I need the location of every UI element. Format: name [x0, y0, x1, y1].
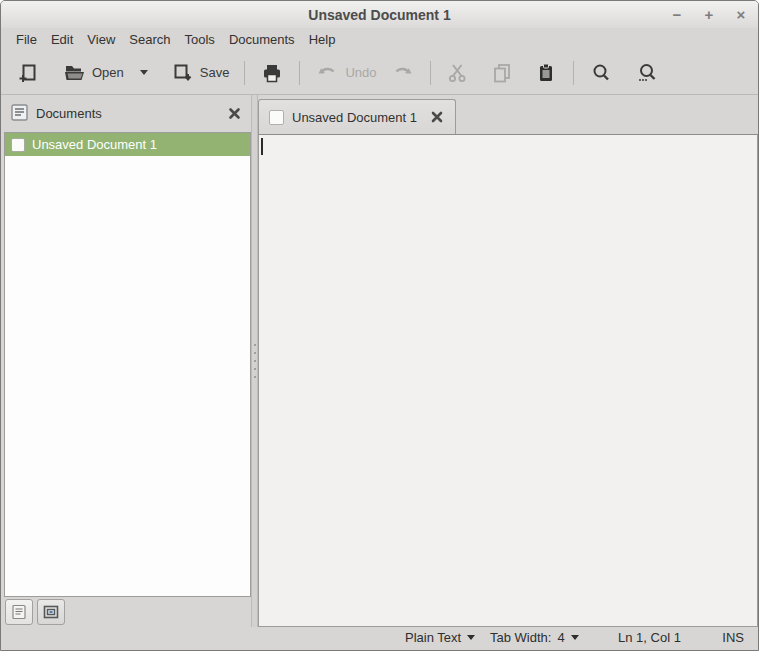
text-caret	[261, 138, 263, 155]
menu-bar: File Edit View Search Tools Documents He…	[1, 28, 758, 51]
menu-item-search[interactable]: Search	[122, 30, 177, 49]
cut-button[interactable]	[439, 56, 477, 90]
redo-button[interactable]	[384, 56, 422, 90]
editor-text-area[interactable]	[258, 134, 758, 627]
paste-icon	[534, 61, 558, 85]
redo-icon	[391, 61, 415, 85]
menu-item-documents[interactable]: Documents	[222, 30, 302, 49]
documents-list[interactable]: Unsaved Document 1	[4, 132, 251, 597]
side-pane: Documents Unsaved Document 1	[1, 95, 251, 627]
print-icon	[260, 61, 284, 85]
window-title: Unsaved Document 1	[1, 7, 758, 23]
save-button[interactable]: Save	[163, 56, 237, 90]
side-pane-header: Documents	[4, 95, 251, 132]
undo-button[interactable]: Undo	[308, 56, 383, 90]
open-button[interactable]: Open	[55, 56, 155, 90]
side-pane-title: Documents	[36, 106, 228, 121]
close-button[interactable]: ×	[732, 6, 750, 24]
side-pane-close-icon[interactable]	[228, 107, 241, 120]
menu-item-file[interactable]: File	[9, 30, 44, 49]
window-controls: − + ×	[668, 1, 750, 28]
file-browser-toggle-button[interactable]	[37, 599, 65, 625]
paste-button[interactable]	[527, 56, 565, 90]
toolbar: Open Save	[1, 51, 758, 95]
tab-close-icon[interactable]	[431, 111, 443, 123]
tab-width-label: Tab Width:	[490, 630, 551, 645]
maximize-button[interactable]: +	[700, 6, 718, 24]
print-button[interactable]	[253, 56, 291, 90]
save-button-label: Save	[200, 65, 230, 80]
documents-list-toggle-button[interactable]	[5, 599, 33, 625]
find-icon	[589, 61, 613, 85]
menu-item-view[interactable]: View	[80, 30, 122, 49]
toolbar-separator	[299, 61, 300, 85]
toolbar-separator	[244, 61, 245, 85]
editor-pane: Unsaved Document 1	[258, 95, 758, 627]
find-replace-button[interactable]	[628, 56, 666, 90]
side-pane-switcher	[4, 597, 251, 627]
new-document-button[interactable]	[9, 56, 47, 90]
main-area: Documents Unsaved Document 1	[1, 95, 758, 627]
menu-item-edit[interactable]: Edit	[44, 30, 80, 49]
pane-splitter-handle[interactable]	[251, 95, 258, 627]
status-bar: Plain Text Tab Width: 4 Ln 1, Col 1 INS	[1, 627, 758, 650]
minimize-button[interactable]: −	[668, 6, 686, 24]
toolbar-separator	[430, 61, 431, 85]
menu-item-tools[interactable]: Tools	[178, 30, 222, 49]
find-button[interactable]	[582, 56, 620, 90]
language-chevron-down-icon	[467, 635, 475, 640]
copy-icon	[490, 61, 514, 85]
documents-list-icon	[11, 104, 28, 124]
tab-label: Unsaved Document 1	[292, 110, 417, 125]
title-bar[interactable]: Unsaved Document 1 − + ×	[1, 1, 758, 28]
document-list-item-label: Unsaved Document 1	[32, 137, 157, 152]
tab-width-value: 4	[557, 630, 564, 645]
language-label: Plain Text	[405, 630, 461, 645]
app-window: Unsaved Document 1 − + × File Edit View …	[0, 0, 759, 651]
unsaved-document-icon	[11, 138, 25, 152]
language-selector[interactable]: Plain Text	[405, 630, 475, 645]
copy-button[interactable]	[483, 56, 521, 90]
open-folder-icon	[62, 61, 86, 85]
tab-width-selector[interactable]: Tab Width: 4	[490, 630, 579, 645]
save-icon	[170, 61, 194, 85]
tab-unsaved-document-1[interactable]: Unsaved Document 1	[258, 99, 456, 134]
open-dropdown-chevron-down-icon[interactable]	[140, 70, 148, 75]
undo-button-label: Undo	[345, 65, 376, 80]
document-list-item[interactable]: Unsaved Document 1	[5, 133, 250, 156]
find-replace-icon	[635, 61, 659, 85]
tab-width-chevron-down-icon	[571, 635, 579, 640]
open-button-label: Open	[92, 65, 124, 80]
menu-item-help[interactable]: Help	[302, 30, 343, 49]
undo-icon	[315, 61, 339, 85]
input-mode-indicator: INS	[722, 630, 744, 645]
tab-bar: Unsaved Document 1	[258, 95, 758, 134]
document-tab-icon	[269, 110, 284, 125]
toolbar-separator	[573, 61, 574, 85]
cut-icon	[446, 61, 470, 85]
new-document-icon	[16, 61, 40, 85]
cursor-position: Ln 1, Col 1	[618, 630, 681, 645]
